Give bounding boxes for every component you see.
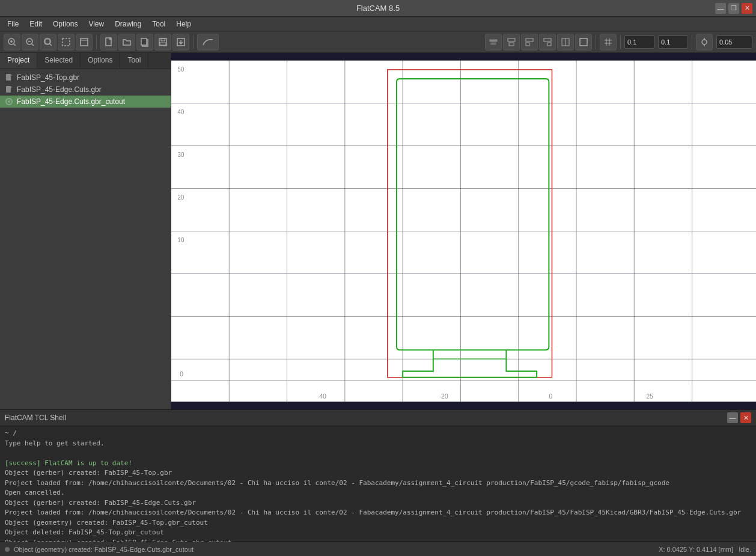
tcl-close-btn[interactable]: ✕ — [740, 412, 751, 423]
toolbar-copy[interactable] — [136, 34, 153, 50]
tcl-shell-title: FlatCAM TCL Shell — [5, 414, 66, 422]
snap-icon — [700, 37, 709, 47]
align6-icon — [579, 37, 588, 47]
path-icon — [202, 37, 214, 47]
status-message: Object (geometry) created: FabISP_45-Edg… — [14, 546, 194, 553]
toolbar-sep2 — [193, 35, 194, 49]
export-icon — [176, 37, 186, 47]
tab-project[interactable]: Project — [0, 53, 37, 69]
align2-icon — [507, 37, 516, 47]
list-item-label: FabISP_45-Edge.Cuts.gbr_cutout — [17, 97, 125, 106]
cursor-coords: X: 0.0425 Y: 0.4114 [mm] — [659, 546, 733, 553]
tcl-shell-header: FlatCAM TCL Shell — ✕ — [0, 410, 756, 426]
tcl-line: Object (gerber) created: FabISP_45-Top.g… — [5, 468, 751, 478]
zoom-sel-icon — [61, 37, 71, 47]
toolbar-sep3 — [596, 35, 596, 49]
svg-rect-30 — [547, 43, 551, 46]
svg-text:50: 50 — [177, 66, 184, 73]
panel-tabs: Project Selected Options Tool — [0, 53, 171, 69]
toolbar-align1[interactable] — [485, 34, 502, 50]
toolbar-snap[interactable] — [696, 34, 713, 50]
list-item[interactable]: FabISP_45-Edge.Cuts.gbr — [0, 84, 171, 96]
svg-text:-40: -40 — [317, 393, 326, 400]
toolbar-zoom-out[interactable] — [22, 34, 38, 50]
zoom-window-icon — [79, 37, 89, 47]
geometry-icon — [5, 97, 13, 106]
toolbar-align4[interactable] — [539, 34, 556, 50]
svg-text:20: 20 — [177, 194, 184, 201]
toolbar-zoom-in[interactable] — [4, 34, 20, 50]
window-controls: — ❐ ✕ — [715, 3, 752, 14]
status-left: Object (geometry) created: FabISP_45-Edg… — [5, 546, 194, 553]
idle-status: Idle. — [739, 546, 751, 553]
canvas-area[interactable]: 50 40 30 20 10 0 -40 -20 0 25 — [171, 53, 756, 409]
svg-rect-11 — [81, 38, 88, 46]
toolbar-align5[interactable] — [557, 34, 574, 50]
open-file-icon — [122, 37, 132, 47]
grid-snap-input2[interactable]: 0.1 — [658, 35, 688, 49]
menu-edit[interactable]: Edit — [25, 19, 47, 29]
toolbar-zoom-sel[interactable] — [58, 34, 75, 50]
svg-text:0: 0 — [180, 371, 183, 377]
list-item[interactable]: FabISP_45-Top.gbr — [0, 72, 171, 84]
list-item-selected[interactable]: FabISP_45-Edge.Cuts.gbr_cutout — [0, 96, 171, 108]
new-file-icon — [104, 37, 114, 47]
menu-help[interactable]: Help — [171, 19, 196, 29]
toolbar-save[interactable] — [154, 34, 171, 50]
menu-bar: File Edit Options View Drawing Tool Help — [0, 17, 756, 31]
svg-rect-18 — [159, 38, 166, 46]
toolbar-align2[interactable] — [503, 34, 520, 50]
svg-rect-29 — [544, 38, 551, 41]
tcl-minimize-btn[interactable]: — — [727, 412, 738, 423]
svg-line-3 — [14, 44, 16, 46]
align3-icon — [525, 37, 534, 47]
toolbar-sep5 — [692, 35, 692, 49]
list-item-label: FabISP_45-Top.gbr — [17, 73, 79, 82]
minimize-btn[interactable]: — — [715, 3, 726, 14]
menu-drawing[interactable]: Drawing — [110, 19, 146, 29]
menu-options[interactable]: Options — [48, 19, 82, 29]
toolbar-align6[interactable] — [575, 34, 592, 50]
tcl-line: Open cancelled. — [5, 488, 751, 498]
zoom-fit-icon — [43, 37, 53, 47]
tab-tool[interactable]: Tool — [120, 53, 148, 69]
menu-view[interactable]: View — [84, 19, 109, 29]
svg-rect-43 — [6, 86, 11, 93]
grid-snap-input1[interactable]: 0.1 — [624, 35, 654, 49]
svg-rect-23 — [490, 40, 497, 41]
title-bar: FlatCAM 8.5 — ❐ ✕ — [0, 0, 756, 17]
list-item-label: FabISP_45-Edge.Cuts.gbr — [17, 85, 102, 94]
project-list: FabISP_45-Top.gbr FabISP_45-Edge.Cuts.gb… — [0, 69, 171, 409]
svg-line-6 — [32, 44, 34, 46]
svg-text:25: 25 — [647, 393, 654, 400]
toolbar-zoom-fit[interactable] — [40, 34, 56, 50]
menu-tool[interactable]: Tool — [147, 19, 170, 29]
toolbar-path[interactable] — [197, 34, 219, 50]
tcl-shell-controls: — ✕ — [727, 412, 751, 423]
tab-options[interactable]: Options — [81, 53, 120, 69]
tcl-output[interactable]: ~ / Type help to get started. [success] … — [0, 426, 756, 542]
svg-text:-20: -20 — [439, 393, 448, 400]
tcl-line: Object deleted: FabISP_45-Top.gbr_cutout — [5, 528, 751, 538]
close-btn[interactable]: ✕ — [742, 3, 752, 14]
canvas-svg: 50 40 30 20 10 0 -40 -20 0 25 — [171, 53, 756, 409]
svg-rect-33 — [580, 38, 587, 46]
menu-file[interactable]: File — [2, 19, 23, 29]
svg-marker-44 — [11, 86, 13, 88]
app-title: FlatCAM 8.5 — [356, 4, 400, 13]
restore-btn[interactable]: ❐ — [728, 3, 739, 14]
svg-text:10: 10 — [177, 237, 184, 243]
snap-input[interactable]: 0.05 — [716, 35, 752, 49]
tab-selected[interactable]: Selected — [37, 53, 81, 69]
svg-rect-28 — [526, 43, 529, 46]
toolbar-zoom-window[interactable] — [76, 34, 93, 50]
toolbar-new[interactable] — [100, 34, 117, 50]
toolbar-align3[interactable] — [521, 34, 538, 50]
toolbar-sep1 — [96, 35, 97, 49]
toolbar-grid[interactable] — [600, 34, 617, 50]
svg-rect-10 — [62, 38, 70, 46]
toolbar-export[interactable] — [172, 34, 189, 50]
svg-rect-25 — [508, 38, 515, 41]
toolbar-open[interactable] — [118, 34, 135, 50]
zoom-out-icon — [25, 37, 35, 47]
